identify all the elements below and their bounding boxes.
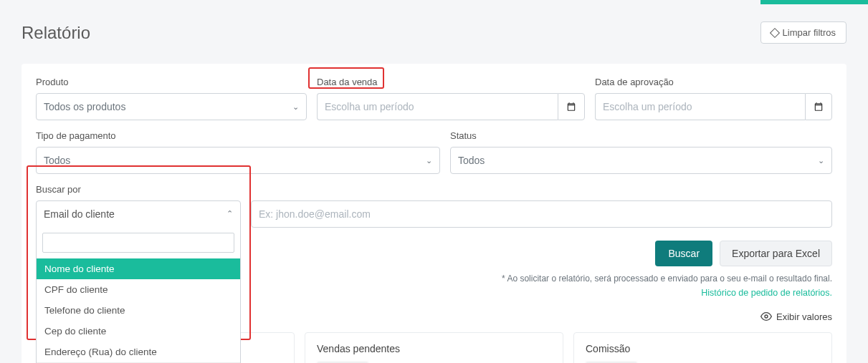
chevron-down-icon: ⌄: [426, 156, 432, 165]
card-2-title: Vendas pendentes: [317, 343, 551, 354]
data-aprov-label: Data de aprovação: [595, 77, 832, 87]
tipo-pag-value: Todos: [44, 155, 70, 166]
chevron-down-icon: ⌄: [292, 102, 299, 112]
dropdown-item-endereco[interactable]: Endereço (Rua) do cliente: [37, 342, 240, 362]
produto-select[interactable]: Todos os produtos ⌄: [36, 93, 307, 120]
data-venda-label: Data da venda: [317, 77, 585, 87]
buscar-por-value: Email do cliente: [44, 208, 115, 220]
dropdown-item-telefone[interactable]: Telefone do cliente: [37, 300, 240, 321]
calendar-icon[interactable]: [558, 93, 585, 120]
buscar-button[interactable]: Buscar: [655, 241, 712, 266]
clear-filters-button[interactable]: Limpar filtros: [760, 21, 846, 44]
search-spacer: [251, 184, 832, 195]
diamond-icon: [770, 27, 780, 37]
dropdown-item-cpf[interactable]: CPF do cliente: [37, 279, 240, 300]
dropdown-list: Nome do cliente CPF do cliente Telefone …: [37, 258, 240, 363]
svg-point-0: [765, 315, 768, 318]
page-title: Relatório: [22, 23, 90, 43]
card-3: Comissão: [573, 332, 832, 363]
status-value: Todos: [458, 155, 485, 166]
status-label: Status: [450, 130, 832, 141]
produto-value: Todos os produtos: [44, 101, 125, 112]
exibir-valores-label: Exibir valores: [776, 311, 832, 322]
buscar-por-selected[interactable]: Email do cliente ⌃: [37, 201, 240, 227]
buscar-por-dropdown[interactable]: Email do cliente ⌃ Nome do cliente CPF d…: [36, 200, 241, 363]
card-2: Vendas pendentes: [305, 332, 563, 363]
tipo-pag-label: Tipo de pagamento: [36, 130, 440, 141]
topbar-accent: [760, 0, 868, 4]
chevron-up-icon: ⌃: [226, 209, 233, 218]
card-3-title: Comissão: [586, 343, 820, 354]
produto-label: Produto: [36, 77, 307, 87]
data-aprov-input[interactable]: [595, 93, 805, 120]
dropdown-item-nome[interactable]: Nome do cliente: [37, 258, 240, 279]
clear-filters-label: Limpar filtros: [783, 27, 836, 38]
data-venda-input[interactable]: [317, 93, 558, 120]
calendar-icon[interactable]: [805, 93, 832, 120]
chevron-down-icon: ⌄: [818, 156, 824, 165]
buscar-por-label: Buscar por: [36, 184, 241, 195]
search-input[interactable]: [251, 200, 832, 228]
exportar-button[interactable]: Exportar para Excel: [720, 241, 832, 266]
dropdown-search-input[interactable]: [42, 233, 234, 253]
filter-panel: Produto Todos os produtos ⌄ Data da vend…: [22, 64, 846, 363]
tipo-pag-select[interactable]: Todos ⌄: [36, 147, 440, 174]
status-select[interactable]: Todos ⌄: [450, 147, 832, 174]
dropdown-item-cep[interactable]: Cep do cliente: [37, 321, 240, 342]
